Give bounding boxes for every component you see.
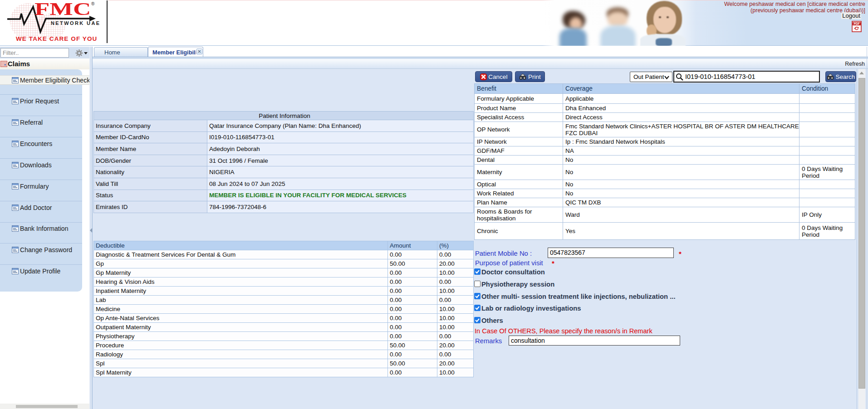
svg-text:PDF: PDF <box>854 22 860 25</box>
